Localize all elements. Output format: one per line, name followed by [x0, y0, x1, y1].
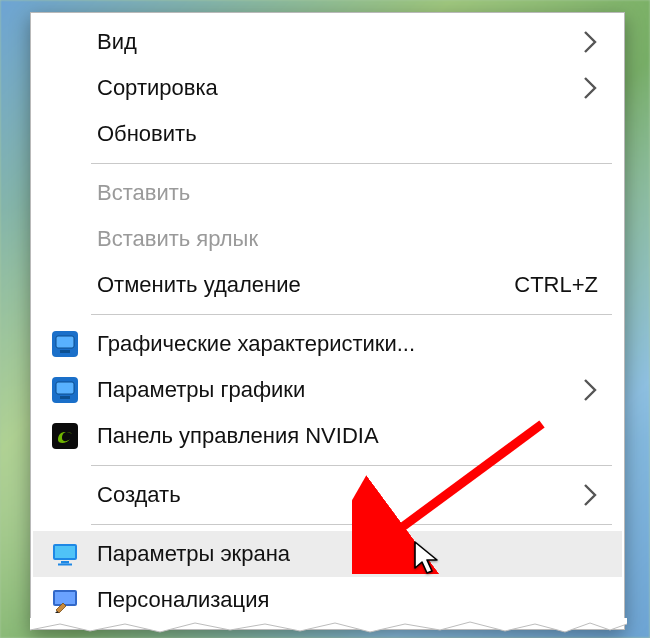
menu-item-refresh[interactable]: Обновить: [33, 111, 622, 157]
menu-item-label: Параметры графики: [97, 377, 576, 403]
menu-item-label: Параметры экрана: [97, 541, 604, 567]
svg-rect-10: [55, 546, 75, 558]
menu-item-label: Сортировка: [97, 75, 576, 101]
separator: [91, 465, 612, 466]
menu-item-paste-shortcut: Вставить ярлык: [33, 216, 622, 262]
menu-item-label: Вставить: [97, 180, 604, 206]
svg-rect-12: [58, 564, 72, 566]
menu-item-undo-delete[interactable]: Отменить удаление CTRL+Z: [33, 262, 622, 308]
chevron-right-icon: [576, 76, 604, 100]
separator: [91, 524, 612, 525]
display-settings-icon: [33, 540, 97, 568]
svg-rect-7: [60, 396, 70, 399]
menu-item-label: Графические характеристики...: [97, 331, 604, 357]
separator: [91, 163, 612, 164]
svg-rect-8: [52, 423, 78, 449]
menu-item-label: Создать: [97, 482, 576, 508]
menu-item-label: Панель управления NVIDIA: [97, 423, 604, 449]
chevron-right-icon: [576, 378, 604, 402]
desktop-context-menu: Вид Сортировка Обновить Вставить Вставит…: [30, 12, 625, 630]
personalization-icon: [33, 586, 97, 614]
menu-item-label: Обновить: [97, 121, 604, 147]
menu-item-new[interactable]: Создать: [33, 472, 622, 518]
svg-rect-11: [61, 561, 69, 564]
menu-item-sort[interactable]: Сортировка: [33, 65, 622, 111]
menu-item-graphics-options[interactable]: Параметры графики: [33, 367, 622, 413]
menu-item-graphics-properties[interactable]: Графические характеристики...: [33, 321, 622, 367]
menu-item-label: Вид: [97, 29, 576, 55]
menu-item-personalization[interactable]: Персонализация: [33, 577, 622, 623]
menu-item-label: Вставить ярлык: [97, 226, 604, 252]
menu-item-label: Отменить удаление: [97, 272, 514, 298]
menu-item-display-settings[interactable]: Параметры экрана: [33, 531, 622, 577]
menu-item-nvidia-panel[interactable]: Панель управления NVIDIA: [33, 413, 622, 459]
menu-item-label: Персонализация: [97, 587, 604, 613]
svg-rect-5: [56, 382, 74, 394]
menu-item-view[interactable]: Вид: [33, 19, 622, 65]
svg-rect-1: [56, 336, 74, 348]
svg-rect-14: [55, 592, 75, 604]
menu-item-paste: Вставить: [33, 170, 622, 216]
svg-rect-3: [60, 350, 70, 353]
menu-item-shortcut: CTRL+Z: [514, 272, 604, 298]
separator: [91, 314, 612, 315]
chevron-right-icon: [576, 30, 604, 54]
intel-graphics-icon: [33, 376, 97, 404]
chevron-right-icon: [576, 483, 604, 507]
nvidia-icon: [33, 422, 97, 450]
intel-graphics-icon: [33, 330, 97, 358]
